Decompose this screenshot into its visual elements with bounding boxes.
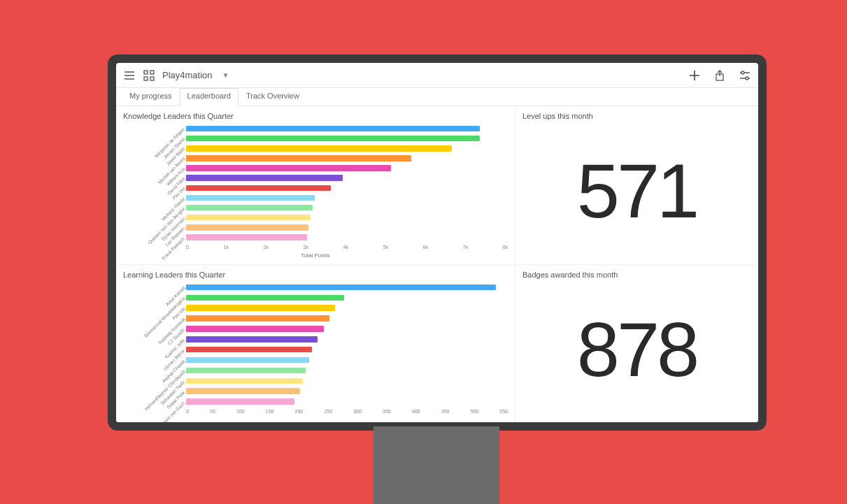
bar[interactable]	[186, 295, 344, 301]
kpi-badges: 878	[522, 282, 751, 417]
bar[interactable]	[186, 224, 308, 231]
bar[interactable]	[186, 195, 315, 201]
svg-rect-0	[144, 71, 148, 74]
panel-title: Badges awarded this month	[522, 271, 751, 279]
x-axis-tick: 500	[470, 409, 478, 414]
svg-point-5	[741, 71, 744, 74]
x-axis-tick: 4k	[343, 245, 348, 250]
bar[interactable]	[186, 165, 391, 171]
bar[interactable]	[186, 388, 300, 394]
bar[interactable]	[186, 368, 306, 374]
x-axis-tick: 300	[353, 409, 362, 414]
app-title: Play4mation	[162, 70, 213, 80]
bar[interactable]	[186, 145, 452, 152]
panel-knowledge-leaders: Knowledge Leaders this Quarter Benjamin …	[116, 106, 515, 264]
bar[interactable]	[186, 126, 480, 132]
monitor-stand	[373, 426, 499, 504]
bar[interactable]	[186, 155, 411, 161]
bar[interactable]	[186, 185, 331, 192]
x-axis-tick: 1k	[224, 245, 229, 250]
svg-rect-2	[144, 77, 148, 80]
x-axis-tick: 400	[412, 409, 420, 414]
screen: Play4mation ▼ My progress Leaderboard Tr…	[116, 63, 758, 422]
monitor-frame: Play4mation ▼ My progress Leaderboard Tr…	[108, 55, 767, 431]
tab-track-overview[interactable]: Track Overview	[239, 88, 307, 106]
panel-title: Level ups this month	[522, 112, 751, 120]
panel-badges: Badges awarded this month 878	[515, 265, 758, 423]
x-axis-tick: 8k	[503, 245, 508, 250]
x-axis-tick: 2k	[264, 245, 269, 250]
x-axis-tick: 250	[324, 409, 332, 414]
dropdown-caret-icon[interactable]: ▼	[222, 71, 229, 79]
bar[interactable]	[186, 215, 311, 221]
x-axis-label: Total Points	[123, 252, 508, 259]
menu-icon[interactable]	[123, 69, 136, 82]
app-header: Play4mation ▼	[116, 63, 758, 88]
bar[interactable]	[186, 305, 335, 311]
bar[interactable]	[186, 378, 303, 384]
add-icon[interactable]	[688, 69, 701, 82]
x-axis-tick: 6k	[423, 245, 428, 250]
x-axis-tick: 5k	[383, 245, 388, 250]
svg-point-6	[746, 77, 748, 80]
chart-knowledge: Benjamin de KeijserJeroen StamsJesse Baa…	[123, 123, 508, 259]
x-axis-tick: 450	[441, 409, 450, 414]
x-axis-tick: 100	[236, 409, 245, 414]
svg-rect-3	[150, 77, 154, 80]
bar[interactable]	[186, 336, 318, 343]
bar[interactable]	[186, 205, 313, 211]
x-axis-tick: 0	[186, 409, 189, 414]
chart-learning: Azad KamaliEmmanouil MourtetakoglouPim V…	[123, 282, 508, 417]
dashboard-grid: Knowledge Leaders this Quarter Benjamin …	[116, 106, 758, 422]
tab-leaderboard[interactable]: Leaderboard	[180, 88, 239, 106]
svg-rect-1	[150, 71, 154, 74]
bar[interactable]	[186, 357, 309, 363]
x-axis-tick: 0	[186, 245, 189, 250]
apps-grid-icon[interactable]	[143, 69, 155, 82]
bar[interactable]	[186, 175, 343, 181]
settings-sliders-icon[interactable]	[739, 69, 751, 82]
panel-learning-leaders: Learning Leaders this Quarter Azad Kamal…	[116, 265, 515, 423]
bar[interactable]	[186, 234, 307, 240]
panel-title: Knowledge Leaders this Quarter	[123, 112, 508, 120]
x-axis-tick: 3k	[304, 245, 308, 250]
bar[interactable]	[186, 136, 480, 142]
bar[interactable]	[186, 285, 496, 291]
tab-my-progress[interactable]: My progress	[122, 88, 180, 106]
x-axis-tick: 50	[210, 409, 215, 414]
tab-bar: My progress Leaderboard Track Overview	[116, 88, 758, 106]
bar[interactable]	[186, 315, 329, 322]
bar[interactable]	[186, 347, 312, 353]
x-axis-tick: 150	[266, 409, 274, 414]
x-axis-tick: 200	[295, 409, 304, 414]
share-icon[interactable]	[713, 69, 726, 82]
x-axis-tick: 350	[383, 409, 391, 414]
panel-level-ups: Level ups this month 571	[515, 106, 758, 264]
bar[interactable]	[186, 326, 324, 332]
x-axis-tick: 7k	[463, 245, 468, 250]
x-axis-tick: 550	[499, 409, 508, 414]
panel-title: Learning Leaders this Quarter	[123, 271, 508, 279]
bar[interactable]	[186, 398, 294, 405]
kpi-level-ups: 571	[522, 123, 751, 259]
